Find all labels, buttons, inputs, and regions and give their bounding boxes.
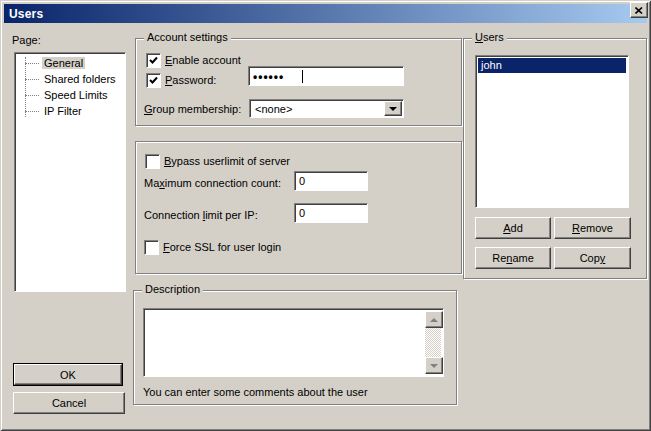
description-group: Description You can enter some comments …	[133, 290, 457, 405]
group-membership-label: Group membership:	[144, 103, 241, 115]
bypass-userlimit-label: Bypass userlimit of server	[164, 155, 290, 167]
ip-limit-label: Connection limit per IP:	[144, 209, 258, 221]
rename-button[interactable]: Rename	[475, 247, 551, 269]
tree-item-shared-folders[interactable]: Shared folders	[17, 71, 123, 87]
enable-account-label: Enable account	[165, 54, 241, 66]
scroll-down-button[interactable]	[425, 357, 443, 374]
description-textarea-frame	[143, 308, 444, 377]
tree-item-ip-filter[interactable]: IP Filter	[17, 103, 123, 119]
ok-button-frame: OK	[13, 363, 123, 386]
account-settings-group: Account settings Enable account Password…	[135, 38, 462, 126]
tree-item-general[interactable]: General	[17, 55, 123, 71]
max-connection-input-frame	[294, 171, 368, 191]
password-mask: ••••••	[253, 70, 284, 84]
scroll-up-button[interactable]	[425, 311, 443, 328]
tree-item-speed-limits[interactable]: Speed Limits	[17, 87, 123, 103]
dropdown-arrow-button[interactable]	[384, 101, 402, 116]
remove-button[interactable]: Remove	[554, 217, 631, 239]
users-title: Users	[472, 31, 507, 44]
ip-limit-input-frame	[294, 203, 368, 223]
password-input[interactable]: ••••••	[248, 66, 404, 86]
group-membership-select[interactable]: <none>	[249, 99, 404, 118]
force-ssl-label: Force SSL for user login	[163, 241, 281, 253]
text-caret	[302, 70, 303, 83]
tree-item-label: Shared folders	[42, 73, 118, 85]
description-scrollbar[interactable]	[425, 311, 441, 374]
title-bar[interactable]: Users	[4, 4, 647, 23]
bypass-userlimit-checkbox[interactable]	[145, 154, 160, 169]
users-group: Users john Add Remove Rename Copy	[463, 38, 647, 279]
chevron-down-icon	[389, 107, 397, 111]
description-hint: You can enter some comments about the us…	[143, 386, 368, 398]
users-dialog: Users Page: GeneralShared foldersSpeed L…	[0, 0, 651, 431]
triangle-down-icon	[430, 364, 438, 368]
tree-item-label: General	[42, 57, 85, 69]
close-icon	[635, 7, 643, 14]
group-membership-value: <none>	[255, 103, 292, 115]
close-button[interactable]	[630, 2, 648, 18]
max-connection-input[interactable]	[297, 174, 365, 188]
users-list[interactable]: john	[475, 55, 629, 208]
user-list-item[interactable]: john	[478, 58, 626, 73]
tree-item-label: Speed Limits	[42, 89, 110, 101]
page-tree[interactable]: GeneralShared foldersSpeed LimitsIP Filt…	[14, 52, 126, 292]
max-connection-label: Maximum connection count:	[144, 177, 281, 189]
force-ssl-checkbox[interactable]	[144, 240, 159, 255]
check-icon	[148, 55, 159, 66]
ok-button[interactable]: OK	[14, 364, 122, 385]
add-button[interactable]: Add	[475, 217, 551, 239]
enable-account-checkbox[interactable]	[146, 53, 161, 68]
page-label: Page:	[12, 34, 41, 46]
ip-limit-input[interactable]	[297, 206, 365, 220]
cancel-button[interactable]: Cancel	[13, 392, 125, 414]
tree-item-label: IP Filter	[42, 105, 84, 117]
copy-button[interactable]: Copy	[554, 247, 631, 269]
limits-group: Bypass userlimit of server Maximum conne…	[135, 141, 462, 274]
password-checkbox[interactable]	[146, 73, 161, 88]
description-textarea[interactable]	[146, 311, 427, 376]
account-settings-title: Account settings	[144, 31, 231, 44]
window-title: Users	[4, 7, 43, 21]
triangle-up-icon	[430, 318, 438, 322]
password-label: Password:	[165, 74, 216, 86]
check-icon	[148, 75, 159, 86]
description-title: Description	[142, 283, 203, 296]
